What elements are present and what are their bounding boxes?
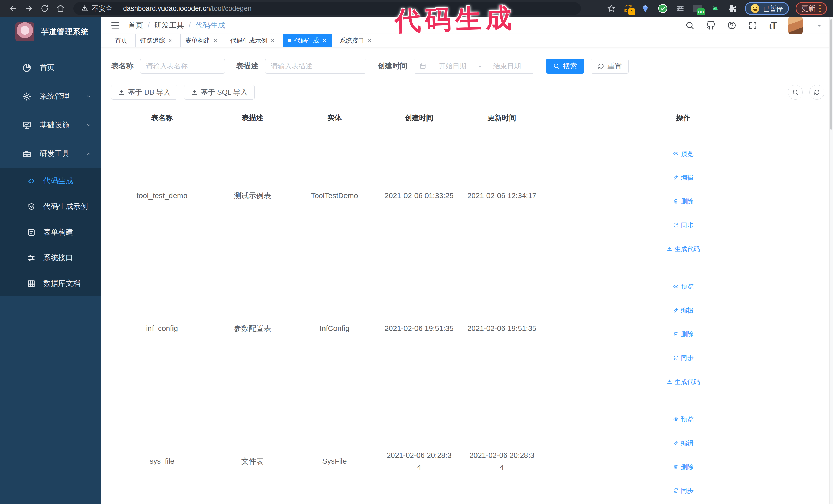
cell-entity: ToolTestDemo xyxy=(292,129,377,262)
tag-view-tab[interactable]: 表单构建 xyxy=(181,34,222,47)
font-size-icon[interactable]: tT xyxy=(769,20,777,31)
import-db-button[interactable]: 基于 DB 导入 xyxy=(111,85,177,100)
sidebar-submenu-item[interactable]: 表单构建 xyxy=(0,219,101,245)
sidebar-submenu-item[interactable]: 代码生成 xyxy=(0,168,101,194)
sliders-ext-icon[interactable] xyxy=(674,3,686,14)
caret-down-icon[interactable] xyxy=(814,21,824,30)
edit-link[interactable]: 编辑 xyxy=(673,304,694,316)
edit-icon xyxy=(673,307,679,313)
reload-icon[interactable] xyxy=(38,2,51,15)
sidebar-menu-item[interactable]: 首页 xyxy=(0,53,101,82)
close-icon[interactable] xyxy=(322,38,327,43)
android-icon[interactable] xyxy=(710,3,721,14)
end-date-placeholder: 结束日期 xyxy=(485,62,529,71)
url-text: dashboard.yudao.iocoder.cn/tool/codegen xyxy=(123,5,252,13)
sidebar-menu-item[interactable]: 系统管理 xyxy=(0,82,101,111)
toggle-search-button[interactable] xyxy=(788,85,803,100)
refresh-icon xyxy=(598,63,604,70)
sidebar-menu-item[interactable]: 研发工具 xyxy=(0,140,101,168)
extension-icons: 1on xyxy=(622,3,738,14)
github-icon[interactable] xyxy=(706,21,715,30)
scrollbar-thumb[interactable] xyxy=(830,20,832,130)
tag-view-tab[interactable]: 代码生成示例 xyxy=(225,34,280,47)
gem-icon[interactable] xyxy=(640,3,651,14)
app-title: 芋道管理系统 xyxy=(41,27,89,37)
menu-fold-icon[interactable] xyxy=(110,20,120,30)
delete-link[interactable]: 删除 xyxy=(673,461,694,473)
sync-link[interactable]: 同步 xyxy=(673,485,694,497)
edit-icon xyxy=(673,440,679,446)
sidebar-menu-item[interactable]: 基础设施 xyxy=(0,111,101,140)
sync-link[interactable]: 同步 xyxy=(673,352,694,364)
question-icon[interactable] xyxy=(727,21,736,30)
delete-link[interactable]: 删除 xyxy=(673,328,694,340)
table-desc-input[interactable] xyxy=(265,59,366,74)
edit-icon xyxy=(673,174,679,180)
breadcrumb-separator: / xyxy=(148,21,150,30)
eye-icon xyxy=(673,284,679,289)
range-separator: - xyxy=(479,62,481,70)
search-button[interactable]: 搜索 xyxy=(546,59,584,74)
sidebar-submenu: 代码生成 代码生成示例 表单构建 系统接口 数据库文档 xyxy=(0,168,101,296)
fullscreen-icon[interactable] xyxy=(748,21,757,30)
sync-icon xyxy=(673,222,679,228)
user-avatar[interactable] xyxy=(788,17,803,34)
sidebar-submenu-item[interactable]: 系统接口 xyxy=(0,245,101,271)
tag-view-tab[interactable]: 代码生成 xyxy=(283,34,332,47)
cell-table-desc: 测试示例表 xyxy=(213,129,292,262)
preview-link[interactable]: 预览 xyxy=(673,413,694,425)
security-chip[interactable]: 不安全 xyxy=(81,4,113,13)
tag-view-tab[interactable]: 链路追踪 xyxy=(135,34,177,47)
breadcrumb-item[interactable]: 首页 xyxy=(128,20,143,30)
close-icon[interactable] xyxy=(270,38,275,43)
close-icon[interactable] xyxy=(213,38,218,43)
home-icon[interactable] xyxy=(54,2,67,15)
preview-link[interactable]: 预览 xyxy=(673,148,694,160)
edit-link[interactable]: 编辑 xyxy=(673,171,694,183)
page-scrollbar[interactable] xyxy=(829,17,833,504)
back-icon[interactable] xyxy=(6,2,20,15)
chrome-update-button[interactable]: 更新 xyxy=(795,2,827,15)
warning-icon xyxy=(81,5,88,12)
magnifier-icon[interactable] xyxy=(685,21,694,30)
check-circle-icon[interactable] xyxy=(657,3,668,14)
app-logo-row[interactable]: 芋道管理系统 xyxy=(0,17,101,47)
generate-link[interactable]: 生成代码 xyxy=(667,243,700,255)
sliders-icon xyxy=(27,254,35,262)
delete-link[interactable]: 删除 xyxy=(673,195,694,207)
codegen-table: 表名称表描述实体创建时间更新时间操作 tool_test_demo 测试示例表 … xyxy=(111,107,824,504)
sync-link[interactable]: 同步 xyxy=(673,219,694,231)
breadcrumb-item: 代码生成 xyxy=(195,20,225,30)
active-dot xyxy=(288,39,291,42)
sidebar-submenu-item[interactable]: 数据库文档 xyxy=(0,271,101,296)
date-range-picker[interactable]: 开始日期 - 结束日期 xyxy=(414,59,534,74)
refresh-table-button[interactable] xyxy=(809,85,824,100)
sidebar-submenu-item[interactable]: 代码生成示例 xyxy=(0,194,101,219)
profile-paused-chip[interactable]: 已暂停 xyxy=(745,2,789,15)
generate-link[interactable]: 生成代码 xyxy=(667,376,700,388)
toolbox-icon xyxy=(22,149,31,159)
forward-icon[interactable] xyxy=(22,2,35,15)
page-content: 表名称 表描述 创建时间 开始日期 - 结束日期 搜索 xyxy=(101,47,833,504)
refresh-orange-icon[interactable]: 1 xyxy=(622,3,634,14)
cell-entity: SysFile xyxy=(292,395,377,504)
star-icon[interactable] xyxy=(607,4,616,13)
edit-link[interactable]: 编辑 xyxy=(673,437,694,449)
kebab-menu-icon[interactable] xyxy=(819,5,821,12)
preview-link[interactable]: 预览 xyxy=(673,281,694,292)
dashboard-icon xyxy=(22,63,31,73)
cell-entity: InfConfig xyxy=(292,262,377,395)
reset-button[interactable]: 重置 xyxy=(591,59,629,74)
chevron-down-icon xyxy=(86,93,92,99)
puzzle-icon[interactable] xyxy=(727,3,738,14)
tag-view-tab[interactable]: 首页 xyxy=(110,34,132,47)
close-icon[interactable] xyxy=(367,38,372,43)
terminal-on-icon[interactable]: on xyxy=(692,3,703,14)
sync-icon xyxy=(673,355,679,361)
table-name-input[interactable] xyxy=(140,59,225,74)
tag-view-tab[interactable]: 系统接口 xyxy=(335,34,377,47)
table-row: tool_test_demo 测试示例表 ToolTestDemo 2021-0… xyxy=(111,129,824,262)
import-sql-button[interactable]: 基于 SQL 导入 xyxy=(184,85,255,100)
close-icon[interactable] xyxy=(168,38,172,43)
breadcrumb-item[interactable]: 研发工具 xyxy=(154,20,184,30)
